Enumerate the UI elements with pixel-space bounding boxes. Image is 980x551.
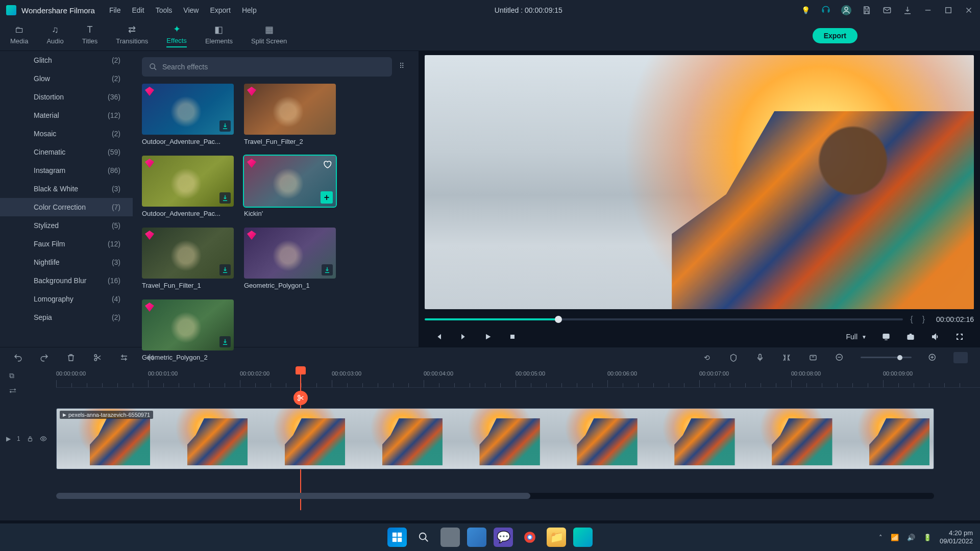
- zoom-knob[interactable]: [897, 355, 902, 360]
- tab-splitscreen[interactable]: ▦Split Screen: [251, 24, 287, 47]
- timeline[interactable]: ⧉ ⮂ 00:00:00:0000:00:01:0000:00:02:0000:…: [0, 367, 980, 520]
- app-filmora[interactable]: [573, 528, 593, 547]
- taskview-button[interactable]: [440, 528, 460, 547]
- play-button[interactable]: [483, 332, 493, 342]
- mark-in-icon[interactable]: {: [908, 315, 915, 324]
- preview-knob[interactable]: [555, 316, 562, 323]
- effect-thumb[interactable]: Outdoor_Adventure_Pac...: [142, 156, 234, 217]
- category-instagram[interactable]: Instagram(86): [0, 161, 133, 180]
- quality-select[interactable]: Full▼: [846, 333, 867, 341]
- minimize-icon[interactable]: [923, 5, 933, 15]
- category-black-white[interactable]: Black & White(3): [0, 180, 133, 198]
- category-stylized[interactable]: Stylized(5): [0, 216, 133, 235]
- headphones-icon[interactable]: [821, 5, 831, 15]
- save-icon[interactable]: [862, 5, 872, 15]
- playhead-cap-icon[interactable]: [296, 366, 306, 374]
- idea-icon[interactable]: 💡: [800, 5, 811, 15]
- copy-icon[interactable]: ⧉: [9, 371, 18, 381]
- category-color-correction[interactable]: Color Correction(7): [0, 198, 133, 216]
- windows-taskbar[interactable]: 💬 📁 ˄ 📶 🔊 🔋 4:20 pm 09/01/2022: [0, 523, 980, 551]
- render-button[interactable]: ⟲: [701, 352, 713, 363]
- search-button[interactable]: [414, 528, 433, 547]
- wifi-icon[interactable]: 📶: [891, 534, 899, 541]
- tab-transitions[interactable]: ⇄Transitions: [116, 24, 148, 47]
- menu-tools[interactable]: Tools: [156, 6, 173, 14]
- fit-button[interactable]: [953, 352, 968, 363]
- app-widgets[interactable]: [467, 528, 486, 547]
- maximize-icon[interactable]: [943, 5, 953, 15]
- download-effect-icon[interactable]: [219, 336, 231, 347]
- effect-preview[interactable]: [142, 228, 234, 279]
- redo-button[interactable]: [39, 352, 50, 363]
- category-mosaic[interactable]: Mosaic(2): [0, 124, 133, 143]
- system-tray[interactable]: ˄ 📶 🔊 🔋 4:20 pm 09/01/2022: [879, 529, 973, 545]
- display-icon[interactable]: [881, 332, 891, 342]
- mail-icon[interactable]: [882, 5, 892, 15]
- battery-icon[interactable]: 🔋: [923, 534, 932, 541]
- category-lomography[interactable]: Lomography(4): [0, 290, 133, 308]
- effect-preview[interactable]: [142, 299, 234, 350]
- preview-scrubber[interactable]: [425, 318, 903, 320]
- effect-preview[interactable]: +: [244, 156, 336, 207]
- zoom-out-button[interactable]: [834, 352, 845, 363]
- tab-titles[interactable]: TTitles: [82, 24, 98, 47]
- stop-button[interactable]: [507, 332, 518, 342]
- effect-preview[interactable]: [142, 156, 234, 207]
- snapshot-icon[interactable]: [905, 332, 916, 342]
- voiceover-button[interactable]: [754, 352, 766, 363]
- tab-effects[interactable]: ✦Effects: [166, 23, 187, 47]
- undo-button[interactable]: [12, 352, 23, 363]
- timeline-ruler[interactable]: 00:00:00:0000:00:01:0000:00:02:0000:00:0…: [56, 367, 980, 388]
- start-button[interactable]: [387, 528, 407, 547]
- effect-thumb[interactable]: Geometric_Polygon_1: [244, 228, 336, 289]
- add-to-project-button[interactable]: +: [321, 191, 333, 204]
- menu-export[interactable]: Export: [210, 6, 230, 14]
- track-header[interactable]: ▶1: [0, 408, 56, 469]
- search-input[interactable]: Search effects: [142, 57, 392, 77]
- effect-preview[interactable]: [244, 84, 336, 135]
- category-material[interactable]: Material(12): [0, 106, 133, 124]
- fullscreen-icon[interactable]: [954, 332, 965, 342]
- category-glow[interactable]: Glow(2): [0, 69, 133, 88]
- preview-viewport[interactable]: [425, 55, 974, 309]
- eye-icon[interactable]: [40, 435, 47, 442]
- menu-help[interactable]: Help: [242, 6, 257, 14]
- timeline-scrollbar[interactable]: [56, 493, 934, 499]
- tab-media[interactable]: 🗀Media: [10, 24, 28, 47]
- effect-preview[interactable]: [142, 84, 234, 135]
- close-icon[interactable]: [964, 5, 974, 15]
- menu-file[interactable]: File: [109, 6, 121, 14]
- app-chrome[interactable]: [520, 528, 540, 547]
- lock-icon[interactable]: [27, 435, 34, 442]
- category-background-blur[interactable]: Background Blur(16): [0, 271, 133, 290]
- effect-thumb[interactable]: Travel_Fun_Filter_2: [244, 84, 336, 145]
- zoom-slider[interactable]: [861, 357, 912, 358]
- tab-elements[interactable]: ◧Elements: [205, 24, 233, 47]
- split-button[interactable]: [92, 352, 103, 363]
- mark-out-icon[interactable]: }: [920, 315, 927, 324]
- category-sidebar[interactable]: Glitch(2)Glow(2)Distortion(36)Material(1…: [0, 51, 133, 347]
- keyframe-button[interactable]: [807, 352, 819, 363]
- download-icon[interactable]: [902, 5, 913, 15]
- tray-clock[interactable]: 4:20 pm 09/01/2022: [940, 529, 973, 545]
- step-fwd-button[interactable]: [458, 332, 469, 342]
- download-effect-icon[interactable]: [219, 264, 231, 276]
- timeline-scroll-thumb[interactable]: [56, 493, 530, 499]
- menu-edit[interactable]: Edit: [132, 6, 144, 14]
- grid-view-icon[interactable]: ⠿: [399, 62, 409, 72]
- zoom-in-button[interactable]: [927, 352, 938, 363]
- link-icon[interactable]: ⮂: [9, 387, 18, 396]
- step-back-button[interactable]: [434, 332, 444, 342]
- effect-preview[interactable]: [244, 228, 336, 279]
- effect-thumb[interactable]: Outdoor_Adventure_Pac...: [142, 84, 234, 145]
- effect-thumb[interactable]: Geometric_Polygon_2: [142, 299, 234, 361]
- category-sepia[interactable]: Sepia(2): [0, 308, 133, 327]
- export-button[interactable]: Export: [813, 28, 857, 43]
- download-effect-icon[interactable]: [219, 120, 231, 132]
- category-distortion[interactable]: Distortion(36): [0, 88, 133, 106]
- app-chat[interactable]: 💬: [494, 528, 513, 547]
- sound-icon[interactable]: 🔊: [907, 534, 915, 541]
- tab-audio[interactable]: ♫Audio: [46, 24, 63, 47]
- playhead-split-icon[interactable]: [293, 391, 308, 405]
- timeline-clip[interactable]: pexels-anna-tarazevich-6550971: [56, 408, 934, 469]
